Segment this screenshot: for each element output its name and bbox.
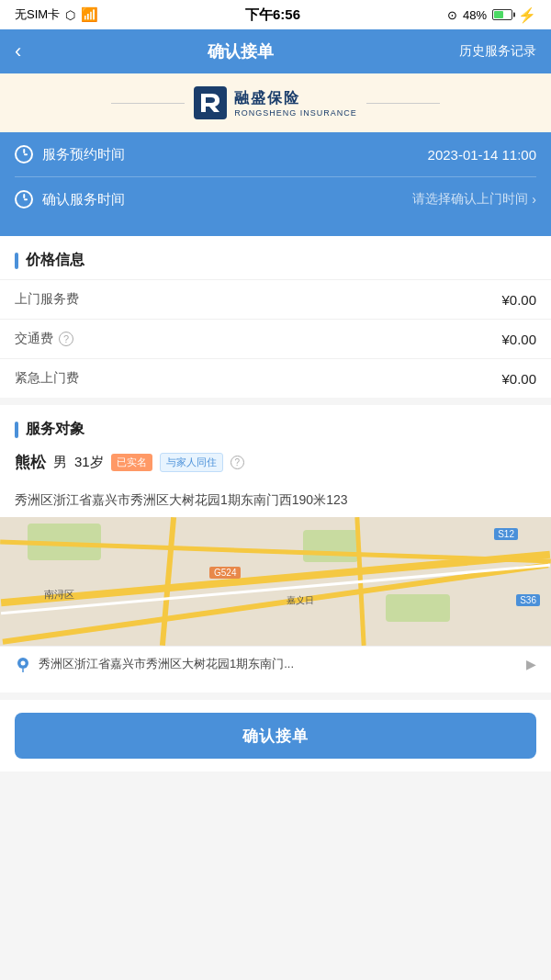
map-address-bar[interactable]: 秀洲区浙江省嘉兴市秀洲区大树花园1期东南门... ▶ [0,646,551,681]
brand-banner: 融盛保险 RONGSHENG INSURANCE [0,73,551,132]
map-background: 南浔区 S12 S36 G524 嘉义日 [0,517,551,646]
transport-fee-label: 交通费 ? [15,331,73,347]
urgent-fee-label: 紧急上门费 [15,370,79,387]
price-row-service: 上门服务费 ¥0.00 [0,279,551,319]
history-link[interactable]: 历史服务记录 [459,43,536,60]
confirm-time-label: 确认服务时间 [15,190,125,208]
map-arrow-icon[interactable]: ▶ [526,657,536,671]
location-icon [15,656,31,672]
service-target-title: 服务对象 [26,420,84,439]
person-name-row: 熊松 男 31岁 已实名 与家人同住 ? [15,452,536,473]
urgent-fee-value: ¥0.00 [501,371,536,387]
nav-bar: ‹ 确认接单 历史服务记录 [0,29,551,73]
price-row-transport: 交通费 ? ¥0.00 [0,319,551,358]
map-road-w1 [1,564,550,614]
clock-icon-1 [15,145,33,163]
map-green-2 [303,530,358,562]
battery-icon [492,9,512,20]
confirm-time-placeholder[interactable]: 请选择确认上门时间 › [412,191,536,208]
map-label-jiaxing: 嘉义日 [287,594,314,607]
brand-line-left [111,103,185,104]
brand-english: RONGSHENG INSURANCE [234,108,357,118]
status-left: 无SIM卡 ⬡ 📶 [15,6,98,23]
brand-name: 融盛保险 RONGSHENG INSURANCE [234,89,357,118]
person-age: 31岁 [74,454,104,471]
help-icon-transport[interactable]: ? [59,332,73,346]
map-container: 南浔区 S12 S36 G524 嘉义日 [0,517,551,646]
status-bar: 无SIM卡 ⬡ 📶 下午6:56 ⊙ 48% ⚡ [0,0,551,29]
map-label-nanxun: 南浔区 [44,588,74,602]
service-fee-label: 上门服务费 [15,291,79,308]
section-bar-price [15,253,18,269]
family-badge: 与家人同住 [160,453,223,472]
page-title: 确认接单 [208,40,274,62]
price-card: 价格信息 上门服务费 ¥0.00 交通费 ? ¥0.00 紧急上门费 ¥0.00 [0,236,551,398]
service-fee-value: ¥0.00 [501,292,536,308]
brand-logo-icon [194,86,227,119]
bottom-bar: 确认接单 [0,700,551,772]
signal-text: 无SIM卡 [15,6,60,23]
map-road-v1 [160,517,176,646]
map-address-text: 秀洲区浙江省嘉兴市秀洲区大树花园1期东南门... [39,656,519,672]
confirm-time-row[interactable]: 确认服务时间 请选择确认上门时间 › [15,177,536,221]
appointed-time-row: 服务预约时间 2023-01-14 11:00 [15,132,536,177]
section-bar-target [15,422,18,438]
schedule-section: 服务预约时间 2023-01-14 11:00 确认服务时间 请选择确认上门时间… [0,132,551,236]
person-name: 熊松 [15,452,46,473]
wifi-signal: 📶 [81,6,98,23]
brand-chinese: 融盛保险 [234,89,357,108]
status-right: ⊙ 48% ⚡ [447,6,536,24]
price-row-urgent: 紧急上门费 ¥0.00 [0,358,551,398]
map-label-g524: G524 [209,567,241,579]
price-section-header: 价格信息 [0,236,551,279]
brand-logo: 融盛保险 RONGSHENG INSURANCE [194,86,357,119]
person-gender: 男 [53,454,67,471]
address-text: 秀洲区浙江省嘉兴市秀洲区大树花园1期东南门西190米123 [0,490,551,510]
confirm-order-button[interactable]: 确认接单 [15,713,536,759]
wifi-icon: ⬡ [65,8,75,22]
appointed-time-label: 服务预约时间 [15,145,125,163]
transport-fee-value: ¥0.00 [501,332,536,347]
clock-icon-2 [15,190,33,208]
price-section-title: 价格信息 [26,251,84,270]
svg-point-2 [21,661,26,666]
service-target-header: 服务对象 [0,405,551,448]
battery-percent: 48% [463,8,487,22]
back-button[interactable]: ‹ [15,41,21,62]
person-info: 熊松 男 31岁 已实名 与家人同住 ? [0,448,551,490]
family-help-icon[interactable]: ? [231,456,244,469]
map-label-s36: S36 [516,594,540,606]
status-time: 下午6:56 [245,6,300,24]
map-green-3 [386,594,450,622]
rotation-icon: ⊙ [447,8,457,22]
map-label-s12: S12 [494,528,518,540]
brand-line-right [366,103,440,104]
verified-badge: 已实名 [111,454,152,471]
chevron-right-icon: › [532,192,536,207]
appointed-time-value: 2023-01-14 11:00 [428,147,536,163]
service-target-card: 服务对象 熊松 男 31岁 已实名 与家人同住 ? 秀洲区浙江省嘉兴市秀洲区大树… [0,405,551,693]
